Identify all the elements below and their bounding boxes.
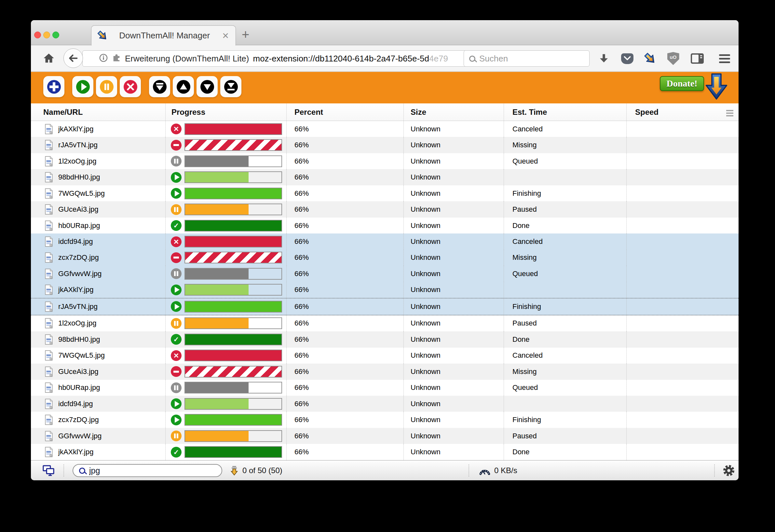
- table-row[interactable]: rJA5vTN.jpg 66% Unknown Missing: [31, 137, 739, 153]
- column-header-size[interactable]: Size: [404, 103, 504, 121]
- progress-bar: [184, 204, 282, 215]
- table-row[interactable]: 98bdHH0.jpg 66% Unknown: [31, 169, 739, 185]
- file-name: hb0URap.jpg: [58, 383, 100, 392]
- column-header-percent[interactable]: Percent: [287, 103, 404, 121]
- dta-extension-icon[interactable]: [643, 52, 657, 65]
- speed-cell: [627, 428, 739, 444]
- downloads-icon[interactable]: [597, 52, 611, 65]
- settings-gear-icon[interactable]: [723, 460, 735, 480]
- table-row[interactable]: GUceAi3.jpg 66% Unknown Paused: [31, 201, 739, 217]
- est-time-cell: Paused: [504, 201, 627, 217]
- column-header-name[interactable]: Name/URL: [31, 103, 166, 121]
- statusbar-separator: [714, 464, 715, 477]
- percent-cell: 66%: [287, 348, 404, 364]
- pause-button[interactable]: [96, 76, 117, 97]
- table-row[interactable]: zcx7zDQ.jpg 66% Unknown Finishing: [31, 412, 739, 428]
- table-row[interactable]: GUceAi3.jpg 66% Unknown Missing: [31, 364, 739, 379]
- back-button[interactable]: [63, 48, 83, 68]
- file-icon: [45, 334, 53, 345]
- new-tab-button[interactable]: +: [242, 27, 249, 42]
- home-icon[interactable]: [43, 52, 55, 65]
- move-up-button[interactable]: [173, 76, 194, 97]
- filter-box[interactable]: [73, 464, 222, 477]
- table-row[interactable]: 1l2xoOg.jpg 66% Unknown Queued: [31, 153, 739, 169]
- search-input[interactable]: [479, 54, 584, 64]
- table-row[interactable]: zcx7zDQ.jpg 66% Unknown Missing: [31, 250, 739, 266]
- column-header-speed[interactable]: Speed: [627, 103, 739, 121]
- table-row[interactable]: 7WGQwL5.jpg 66% Unknown Finishing: [31, 185, 739, 201]
- est-time-cell: [504, 169, 627, 185]
- name-cell: 1l2xoOg.jpg: [31, 315, 166, 331]
- resume-button[interactable]: [72, 76, 93, 97]
- ublock-shield-icon[interactable]: uO: [666, 52, 680, 65]
- table-row[interactable]: GGfvwvW.jpg 66% Unknown Queued: [31, 266, 739, 282]
- progress-cell: [166, 282, 287, 298]
- status-icon: [171, 172, 181, 183]
- close-window-button[interactable]: [34, 32, 41, 38]
- cancel-button[interactable]: [120, 76, 141, 97]
- status-icon: ✕: [171, 124, 181, 134]
- progress-bar: [184, 446, 282, 458]
- name-cell: GUceAi3.jpg: [31, 201, 166, 217]
- size-cell: Unknown: [404, 299, 504, 314]
- table-row[interactable]: idcfd94.jpg ✕ 66% Unknown Canceled: [31, 233, 739, 249]
- zoom-window-button[interactable]: [52, 32, 59, 38]
- table-row[interactable]: jkAXklY.jpg ✕ 66% Unknown Canceled: [31, 121, 739, 137]
- status-icon: [171, 188, 181, 199]
- info-icon[interactable]: [99, 53, 108, 64]
- file-icon: [45, 124, 53, 134]
- table-row[interactable]: hb0URap.jpg ✓ 66% Unknown Done: [31, 218, 739, 233]
- network-monitor-icon[interactable]: [43, 460, 54, 480]
- menu-hamburger-icon[interactable]: [717, 52, 732, 65]
- percent-cell: 66%: [287, 250, 404, 266]
- column-header-esttime[interactable]: Est. Time: [504, 103, 627, 121]
- status-icon: [171, 398, 181, 409]
- progress-bar: [184, 334, 282, 345]
- file-name: GGfvwvW.jpg: [58, 270, 101, 278]
- table-row[interactable]: 1l2xoOg.jpg 66% Unknown Paused: [31, 315, 739, 331]
- tab-close-icon[interactable]: ✕: [222, 32, 229, 40]
- table-row[interactable]: rJA5vTN.jpg 66% Unknown Finishing: [31, 298, 739, 315]
- table-row[interactable]: idcfd94.jpg 66% Unknown: [31, 396, 739, 412]
- name-cell: GGfvwvW.jpg: [31, 428, 166, 444]
- table-row[interactable]: 98bdHH0.jpg ✓ 66% Unknown Done: [31, 331, 739, 347]
- move-down-button[interactable]: [196, 76, 218, 97]
- file-name: jkAXklY.jpg: [58, 125, 93, 133]
- table-row[interactable]: jkAXklY.jpg 66% Unknown: [31, 282, 739, 298]
- status-icon: [171, 318, 181, 329]
- size-cell: Unknown: [404, 380, 504, 396]
- browser-search-field[interactable]: [464, 50, 590, 67]
- minimize-window-button[interactable]: [43, 32, 50, 38]
- progress-bar: [184, 350, 282, 361]
- table-row[interactable]: hb0URap.jpg 66% Unknown Queued: [31, 380, 739, 396]
- speed-cell: [627, 153, 739, 169]
- status-icon: ✕: [171, 236, 181, 247]
- percent-cell: 66%: [287, 282, 404, 298]
- search-icon: [469, 56, 475, 62]
- table-row[interactable]: 7WGQwL5.jpg ✕ 66% Unknown Canceled: [31, 348, 739, 364]
- size-cell: Unknown: [404, 444, 504, 460]
- status-icon: ✓: [171, 334, 181, 345]
- size-cell: Unknown: [404, 153, 504, 169]
- table-row[interactable]: GGfvwvW.jpg 66% Unknown Paused: [31, 428, 739, 444]
- move-to-bottom-button[interactable]: [220, 76, 241, 97]
- file-icon: [45, 252, 53, 263]
- column-picker-icon[interactable]: [726, 110, 733, 116]
- move-to-top-button[interactable]: [149, 76, 170, 97]
- table-row[interactable]: jkAXklY.jpg ✓ 66% Unknown Done: [31, 444, 739, 460]
- progress-cell: [166, 380, 287, 396]
- pocket-icon[interactable]: [620, 52, 635, 65]
- sidebar-icon[interactable]: [690, 52, 704, 65]
- file-icon: [45, 140, 53, 150]
- column-header-progress[interactable]: Progress: [166, 103, 287, 121]
- add-downloads-button[interactable]: [43, 76, 64, 97]
- filter-input[interactable]: [89, 466, 216, 475]
- tab-downthemall-manager[interactable]: DownThemAll! Manager ✕: [91, 25, 236, 46]
- speed-cell: [627, 169, 739, 185]
- progress-bar: [184, 220, 282, 232]
- url-bar[interactable]: Erweiterung (DownThemAll! Lite) moz-exte…: [82, 50, 490, 67]
- percent-cell: 66%: [287, 315, 404, 331]
- donate-button[interactable]: Donate!: [660, 76, 704, 91]
- est-time-cell: Done: [504, 331, 627, 347]
- progress-cell: ✕: [166, 233, 287, 249]
